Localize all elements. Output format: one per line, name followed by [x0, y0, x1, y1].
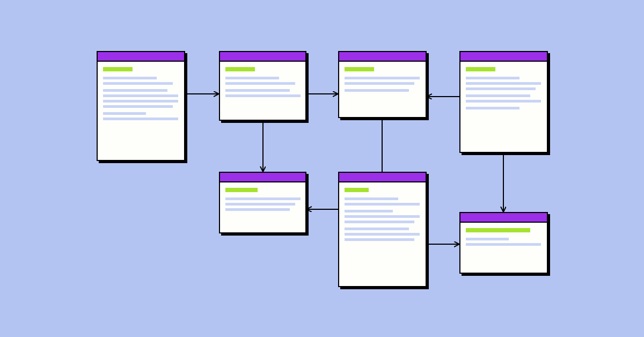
text-line	[103, 82, 173, 85]
text-paragraph	[345, 89, 420, 92]
text-line	[103, 77, 157, 79]
text-line	[466, 77, 519, 79]
text-line	[225, 94, 301, 97]
card-body	[339, 182, 426, 250]
card-header	[460, 213, 547, 223]
text-paragraph	[225, 77, 300, 85]
text-line	[103, 112, 146, 115]
document-card-b	[219, 51, 306, 121]
card-title-highlight	[466, 67, 495, 71]
text-paragraph	[466, 107, 541, 109]
text-line	[466, 107, 519, 109]
document-card-f	[338, 172, 427, 287]
text-line	[345, 233, 420, 236]
card-body	[460, 62, 547, 118]
text-line	[103, 100, 178, 102]
card-title-highlight	[345, 67, 374, 71]
text-line	[345, 77, 420, 79]
card-header	[460, 52, 547, 62]
text-line	[345, 203, 420, 206]
text-line	[345, 228, 409, 230]
document-card-d	[459, 51, 548, 153]
card-title-highlight	[345, 188, 369, 192]
card-header	[98, 52, 184, 62]
card-title-highlight	[225, 67, 255, 71]
card-header	[220, 173, 305, 182]
text-paragraph	[103, 77, 179, 85]
card-header	[220, 52, 305, 62]
text-paragraph	[466, 77, 541, 90]
text-line	[345, 89, 409, 92]
document-card-c	[338, 51, 427, 118]
document-card-a	[97, 51, 185, 161]
card-header	[339, 173, 426, 182]
text-line	[466, 238, 509, 240]
text-line	[466, 100, 541, 102]
text-line	[103, 118, 178, 120]
text-line	[345, 215, 420, 218]
card-body	[339, 62, 426, 100]
text-line	[225, 89, 290, 92]
text-paragraph	[345, 210, 420, 223]
text-line	[466, 82, 541, 85]
document-card-e	[219, 172, 306, 233]
card-title-highlight	[103, 67, 133, 71]
card-body	[460, 223, 547, 254]
text-line	[345, 82, 414, 85]
text-line	[103, 89, 167, 92]
text-line	[345, 197, 398, 200]
card-body	[220, 182, 305, 219]
text-line	[225, 208, 290, 211]
text-line	[225, 203, 295, 206]
text-paragraph	[345, 197, 420, 206]
text-line	[466, 87, 536, 90]
text-paragraph	[103, 89, 179, 108]
text-paragraph	[225, 197, 300, 211]
text-line	[466, 243, 541, 246]
text-line	[225, 77, 279, 79]
text-line	[345, 221, 414, 223]
text-line	[466, 94, 530, 97]
document-card-g	[459, 212, 548, 274]
text-paragraph	[466, 94, 541, 102]
card-header	[339, 52, 426, 62]
text-line	[103, 105, 173, 108]
card-title-highlight	[225, 188, 258, 192]
text-line	[225, 82, 295, 85]
card-body	[98, 62, 184, 129]
text-line	[103, 94, 178, 97]
text-paragraph	[466, 238, 541, 246]
diagram-canvas	[0, 0, 644, 337]
text-line	[345, 210, 393, 213]
text-paragraph	[103, 112, 179, 120]
text-line	[345, 238, 414, 241]
text-paragraph	[225, 89, 300, 97]
card-title-highlight	[466, 228, 530, 232]
card-body	[220, 62, 305, 106]
text-paragraph	[345, 228, 420, 241]
text-paragraph	[345, 77, 420, 85]
text-line	[225, 197, 301, 200]
